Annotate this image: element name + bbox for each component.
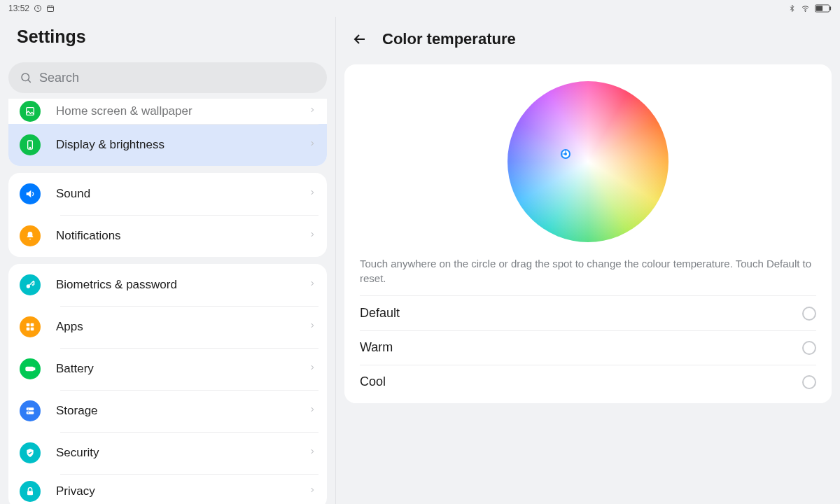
chevron-right-icon bbox=[309, 279, 316, 291]
svg-rect-11 bbox=[27, 323, 30, 327]
sidebar-item-security[interactable]: Security bbox=[8, 432, 327, 474]
svg-point-6 bbox=[22, 74, 29, 81]
bell-icon bbox=[20, 225, 41, 246]
svg-rect-12 bbox=[31, 323, 34, 327]
svg-rect-5 bbox=[830, 6, 831, 10]
chevron-right-icon bbox=[309, 363, 316, 375]
sound-icon bbox=[20, 183, 41, 204]
status-calendar-icon bbox=[46, 4, 55, 13]
settings-title: Settings bbox=[0, 17, 335, 62]
svg-point-20 bbox=[28, 412, 29, 413]
sidebar-item-apps[interactable]: Apps bbox=[8, 306, 327, 348]
home-wallpaper-icon bbox=[20, 101, 41, 122]
sidebar-item-label: Notifications bbox=[56, 229, 309, 243]
sidebar-item-sound[interactable]: Sound bbox=[8, 173, 327, 215]
sidebar-item-label: Biometrics & password bbox=[56, 278, 309, 292]
display-icon bbox=[20, 134, 41, 155]
chevron-right-icon bbox=[309, 405, 316, 417]
option-label: Cool bbox=[360, 374, 386, 389]
svg-point-19 bbox=[28, 409, 29, 410]
chevron-right-icon bbox=[309, 105, 316, 118]
apps-icon bbox=[20, 316, 41, 337]
shield-icon bbox=[20, 442, 41, 463]
sidebar-item-label: Security bbox=[56, 446, 309, 460]
option-warm[interactable]: Warm bbox=[344, 330, 832, 365]
svg-rect-18 bbox=[27, 412, 34, 414]
sidebar-item-storage[interactable]: Storage bbox=[8, 390, 327, 432]
sidebar-group-2: Sound Notifications bbox=[8, 173, 327, 257]
color-wheel[interactable] bbox=[507, 81, 668, 242]
wifi-icon bbox=[800, 4, 811, 13]
arrow-left-icon bbox=[351, 31, 368, 48]
svg-rect-7 bbox=[27, 108, 34, 115]
chevron-right-icon bbox=[309, 485, 316, 498]
radio-icon bbox=[802, 341, 816, 355]
key-icon bbox=[20, 274, 41, 295]
status-time: 13:52 bbox=[8, 4, 29, 13]
sidebar-item-battery[interactable]: Battery bbox=[8, 348, 327, 390]
svg-point-2 bbox=[805, 11, 806, 12]
sidebar-item-display[interactable]: Display & brightness bbox=[8, 124, 327, 166]
radio-icon bbox=[802, 375, 816, 389]
sidebar-item-label: Storage bbox=[56, 404, 309, 418]
svg-rect-21 bbox=[27, 491, 33, 495]
bluetooth-icon bbox=[788, 4, 796, 13]
option-label: Warm bbox=[360, 340, 393, 355]
status-bar: 13:52 bbox=[0, 0, 840, 17]
svg-rect-15 bbox=[26, 367, 34, 370]
sidebar-group-3: Biometrics & password Apps Battery bbox=[8, 264, 327, 504]
content-pane: Color temperature Touch anywhere on the … bbox=[336, 17, 840, 504]
chevron-right-icon bbox=[309, 188, 316, 200]
battery-icon bbox=[20, 358, 41, 379]
chevron-right-icon bbox=[309, 230, 316, 242]
search-placeholder: Search bbox=[39, 71, 79, 85]
option-cool[interactable]: Cool bbox=[344, 365, 832, 403]
chevron-right-icon bbox=[309, 139, 316, 151]
chevron-right-icon bbox=[309, 447, 316, 459]
search-input[interactable]: Search bbox=[8, 62, 327, 93]
svg-point-10 bbox=[27, 284, 30, 288]
svg-rect-1 bbox=[48, 6, 54, 12]
sidebar-item-label: Sound bbox=[56, 187, 309, 201]
svg-rect-4 bbox=[816, 6, 822, 10]
option-label: Default bbox=[360, 306, 400, 321]
content-header: Color temperature bbox=[344, 17, 832, 64]
sidebar-item-privacy[interactable]: Privacy bbox=[8, 474, 327, 504]
sidebar-item-notifications[interactable]: Notifications bbox=[8, 215, 327, 257]
svg-rect-13 bbox=[27, 328, 30, 331]
page-title: Color temperature bbox=[382, 30, 516, 48]
sidebar-item-label: Privacy bbox=[56, 484, 309, 498]
sidebar-group-1: Home screen & wallpaper Display & bright… bbox=[8, 99, 327, 166]
color-wheel-spot[interactable] bbox=[561, 149, 570, 159]
option-default[interactable]: Default bbox=[344, 296, 832, 330]
color-temperature-panel: Touch anywhere on the circle or drag the… bbox=[344, 64, 832, 403]
sidebar-item-label: Battery bbox=[56, 362, 309, 376]
sidebar-item-label: Home screen & wallpaper bbox=[56, 104, 309, 118]
lock-icon bbox=[20, 481, 41, 502]
settings-sidebar: Settings Search Home screen & wallpaper … bbox=[0, 17, 336, 504]
svg-point-9 bbox=[29, 147, 30, 148]
sidebar-item-label: Apps bbox=[56, 320, 309, 334]
battery-icon-status bbox=[815, 4, 832, 13]
sidebar-item-biometrics[interactable]: Biometrics & password bbox=[8, 264, 327, 306]
svg-rect-14 bbox=[31, 328, 34, 331]
sidebar-item-label: Display & brightness bbox=[56, 138, 309, 152]
status-alarm-icon bbox=[34, 4, 42, 13]
color-wheel-hint: Touch anywhere on the circle or drag the… bbox=[344, 256, 832, 295]
radio-icon bbox=[802, 307, 816, 321]
back-button[interactable] bbox=[350, 29, 370, 49]
search-icon bbox=[20, 71, 32, 84]
svg-rect-16 bbox=[34, 368, 34, 370]
chevron-right-icon bbox=[309, 321, 316, 333]
storage-icon bbox=[20, 400, 41, 421]
svg-rect-17 bbox=[27, 407, 34, 410]
sidebar-item-home-wallpaper[interactable]: Home screen & wallpaper bbox=[8, 99, 327, 124]
